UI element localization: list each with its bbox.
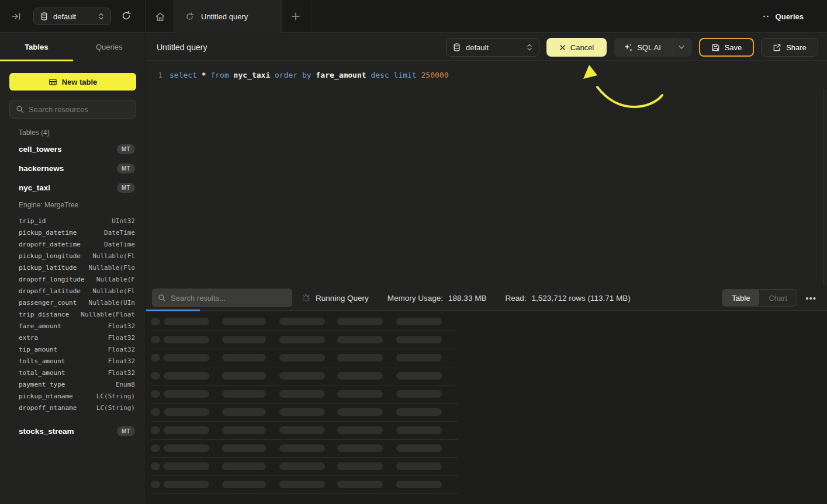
column-type: Nullable(Flo <box>89 264 135 272</box>
table-name: nyc_taxi <box>19 183 50 192</box>
skeleton-pill <box>222 372 266 380</box>
row-separator <box>151 367 458 367</box>
new-table-button[interactable]: New table <box>9 73 136 91</box>
column-row: dropoff_longitudeNullable(F <box>19 273 135 285</box>
sparkle-icon <box>624 43 632 52</box>
column-name: total_amount <box>19 369 65 377</box>
row-separator <box>151 475 458 476</box>
skeleton-pill <box>396 354 442 362</box>
sidebar-collapse-button[interactable] <box>11 11 22 22</box>
home-icon <box>154 11 166 22</box>
query-database-selector[interactable]: default <box>446 38 539 57</box>
column-row: extraFloat32 <box>19 332 135 343</box>
skeleton-pill <box>337 336 383 343</box>
sidebar-tab-queries[interactable]: Queries <box>73 33 146 61</box>
skeleton-pill <box>164 390 209 398</box>
home-button[interactable] <box>154 11 166 22</box>
row-separator <box>151 403 458 404</box>
search-resources-input[interactable] <box>29 105 130 114</box>
column-name: trip_id <box>19 217 46 225</box>
refresh-connection-button[interactable] <box>120 10 133 23</box>
search-results-input[interactable] <box>171 294 286 303</box>
query-title: Untitled query <box>157 33 207 61</box>
sql-token <box>389 71 394 79</box>
share-label: Share <box>786 43 807 52</box>
view-toggle-chart[interactable]: Chart <box>759 290 797 306</box>
skeleton-pill <box>164 444 209 452</box>
skeleton-pill <box>151 463 160 470</box>
skeleton-pill <box>164 318 209 325</box>
save-button[interactable]: Save <box>699 38 754 57</box>
table-item-nyc_taxi[interactable]: nyc_taxiMT <box>9 178 136 197</box>
column-name: pickup_latitude <box>19 264 77 272</box>
skeleton-pill <box>396 408 442 416</box>
results-toolbar: Running Query Memory Usage: 188.33 MB Re… <box>146 286 827 310</box>
skeleton-pill <box>279 318 325 325</box>
column-row: trip_idUInt32 <box>19 215 135 227</box>
column-type: Nullable(F <box>96 276 135 283</box>
sql-token <box>417 71 421 79</box>
cancel-query-button[interactable]: Cancel <box>546 38 607 57</box>
table-item-hackernews[interactable]: hackernewsMT <box>9 159 136 178</box>
skeleton-pill <box>151 426 160 434</box>
more-options-button[interactable]: ••• <box>804 291 818 305</box>
sql-token: by <box>302 71 312 79</box>
database-selector[interactable]: default <box>33 8 111 25</box>
plus-icon <box>289 10 302 23</box>
column-row: fare_amountFloat32 <box>19 320 135 332</box>
skeleton-pill <box>222 463 266 470</box>
engine-badge: MT <box>117 144 135 154</box>
sql-ai-button: SQL AI <box>614 38 692 57</box>
sql-editor[interactable]: 1 select * from nyc_taxi order by fare_a… <box>146 61 827 286</box>
tables-section-label: Tables (4) <box>19 128 50 137</box>
sql-ai-label: SQL AI <box>637 43 661 52</box>
column-row: pickup_longitudeNullable(Fl <box>19 250 135 262</box>
chevron-down-icon <box>678 45 685 50</box>
skeleton-pill <box>151 372 160 380</box>
skeleton-pill <box>222 444 266 452</box>
column-name: tip_amount <box>19 346 57 353</box>
column-name: fare_amount <box>19 322 61 330</box>
sql-token <box>270 71 275 79</box>
new-tab-button[interactable] <box>289 10 302 23</box>
search-results-box <box>152 289 292 307</box>
row-separator <box>151 421 458 422</box>
skeleton-pill <box>279 408 325 416</box>
column-row: payment_typeEnum8 <box>19 378 135 390</box>
query-status-text: Running Query <box>316 294 369 303</box>
spinner-icon <box>302 294 310 303</box>
sql-ai-dropdown[interactable] <box>673 38 690 57</box>
tab-untitled-query[interactable]: Untitled query <box>174 0 282 33</box>
queries-menu-button[interactable]: Queries <box>763 0 804 33</box>
skeleton-pill <box>279 444 325 452</box>
skeleton-pill <box>151 336 160 343</box>
sql-ai-main[interactable]: SQL AI <box>615 38 668 57</box>
column-list: trip_idUInt32pickup_datetimeDateTimedrop… <box>9 213 136 422</box>
skeleton-pill <box>222 481 266 488</box>
skeleton-pill <box>151 354 160 362</box>
read-label: Read: <box>505 294 526 303</box>
view-toggle: Table Chart <box>722 289 797 307</box>
results-table-loading <box>146 311 827 504</box>
table-item-stocks_stream[interactable]: stocks_streamMT <box>9 422 136 441</box>
skeleton-pill <box>337 372 383 380</box>
query-status-group: Running Query Memory Usage: 188.33 MB Re… <box>302 286 631 310</box>
table-item-cell_towers[interactable]: cell_towersMT <box>9 140 136 159</box>
row-separator <box>151 493 458 494</box>
sidebar-tab-tables[interactable]: Tables <box>0 33 73 61</box>
query-running-sync-icon <box>185 12 195 22</box>
column-row: tolls_amountFloat32 <box>19 355 135 367</box>
column-row: pickup_ntanameLC(String) <box>19 390 135 402</box>
sql-token: 250000 <box>421 71 449 79</box>
query-header-actions: default Cancel <box>446 38 818 57</box>
memory-usage-label: Memory Usage: <box>387 294 443 303</box>
share-button[interactable]: Share <box>761 38 818 57</box>
skeleton-pill <box>164 336 209 343</box>
skeleton-pill <box>279 336 325 343</box>
sql-code-line[interactable]: select * from nyc_taxi order by fare_amo… <box>169 69 449 81</box>
sql-token: select <box>169 71 197 79</box>
skeleton-pill <box>279 390 325 398</box>
skeleton-pill <box>337 481 383 488</box>
view-toggle-table[interactable]: Table <box>722 290 759 306</box>
active-tab-underline <box>0 60 73 61</box>
